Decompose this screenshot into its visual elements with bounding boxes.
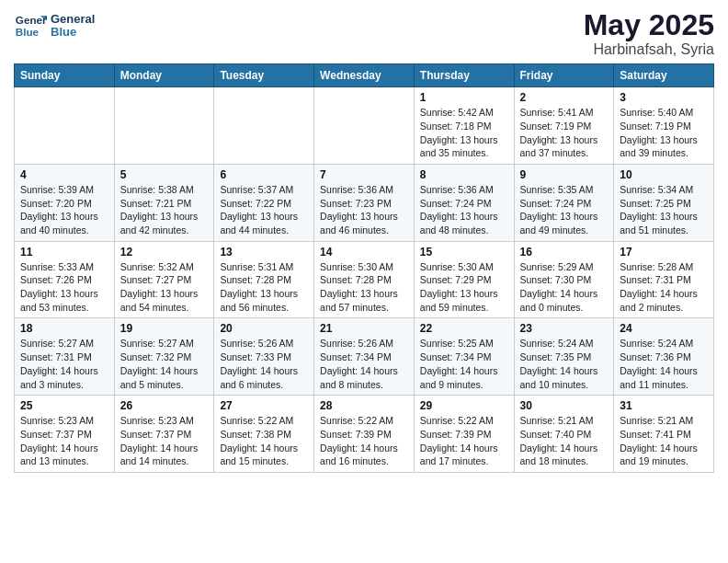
- header-row: SundayMondayTuesdayWednesdayThursdayFrid…: [15, 64, 714, 87]
- calendar-cell: 9Sunrise: 5:35 AMSunset: 7:24 PMDaylight…: [514, 164, 614, 241]
- day-info: Sunrise: 5:21 AMSunset: 7:40 PMDaylight:…: [520, 414, 609, 468]
- col-header-wednesday: Wednesday: [314, 64, 415, 87]
- day-info: Sunrise: 5:41 AMSunset: 7:19 PMDaylight:…: [520, 106, 609, 160]
- col-header-monday: Monday: [114, 64, 214, 87]
- calendar-cell: 6Sunrise: 5:37 AMSunset: 7:22 PMDaylight…: [214, 164, 314, 241]
- logo: General Blue General Blue: [14, 9, 95, 42]
- day-number: 9: [520, 168, 609, 181]
- day-number: 2: [520, 91, 609, 104]
- day-number: 6: [220, 168, 308, 181]
- calendar-cell: 31Sunrise: 5:21 AMSunset: 7:41 PMDayligh…: [614, 396, 714, 473]
- calendar-cell: 12Sunrise: 5:32 AMSunset: 7:27 PMDayligh…: [114, 241, 214, 318]
- day-info: Sunrise: 5:31 AMSunset: 7:28 PMDaylight:…: [220, 260, 308, 315]
- day-number: 15: [420, 246, 508, 259]
- col-header-thursday: Thursday: [414, 64, 514, 87]
- col-header-sunday: Sunday: [15, 64, 115, 87]
- calendar-cell: 19Sunrise: 5:27 AMSunset: 7:32 PMDayligh…: [114, 318, 214, 396]
- day-info: Sunrise: 5:30 AMSunset: 7:28 PMDaylight:…: [320, 260, 408, 315]
- day-number: 27: [220, 399, 308, 412]
- day-number: 11: [20, 246, 108, 259]
- calendar-cell: 25Sunrise: 5:23 AMSunset: 7:37 PMDayligh…: [15, 396, 115, 473]
- calendar-cell: 18Sunrise: 5:27 AMSunset: 7:31 PMDayligh…: [15, 318, 115, 396]
- calendar-cell: 29Sunrise: 5:22 AMSunset: 7:39 PMDayligh…: [414, 396, 514, 473]
- day-info: Sunrise: 5:23 AMSunset: 7:37 PMDaylight:…: [20, 414, 108, 468]
- calendar-cell: 14Sunrise: 5:30 AMSunset: 7:28 PMDayligh…: [314, 241, 415, 318]
- day-info: Sunrise: 5:32 AMSunset: 7:27 PMDaylight:…: [120, 260, 209, 315]
- day-number: 22: [420, 322, 508, 335]
- week-row-1: 1Sunrise: 5:42 AMSunset: 7:18 PMDaylight…: [15, 87, 714, 165]
- week-row-4: 18Sunrise: 5:27 AMSunset: 7:31 PMDayligh…: [15, 318, 714, 396]
- calendar-cell: 22Sunrise: 5:25 AMSunset: 7:34 PMDayligh…: [414, 318, 514, 396]
- day-number: 4: [20, 168, 108, 181]
- calendar-cell: 17Sunrise: 5:28 AMSunset: 7:31 PMDayligh…: [614, 241, 714, 318]
- calendar-cell: 13Sunrise: 5:31 AMSunset: 7:28 PMDayligh…: [214, 241, 314, 318]
- calendar-cell: 7Sunrise: 5:36 AMSunset: 7:23 PMDaylight…: [314, 164, 415, 241]
- day-info: Sunrise: 5:40 AMSunset: 7:19 PMDaylight:…: [620, 106, 708, 160]
- calendar-cell: 28Sunrise: 5:22 AMSunset: 7:39 PMDayligh…: [314, 396, 415, 473]
- day-info: Sunrise: 5:27 AMSunset: 7:32 PMDaylight:…: [120, 337, 209, 391]
- day-number: 28: [320, 399, 408, 412]
- day-info: Sunrise: 5:27 AMSunset: 7:31 PMDaylight:…: [20, 337, 108, 391]
- day-info: Sunrise: 5:42 AMSunset: 7:18 PMDaylight:…: [420, 106, 508, 160]
- calendar-title: May 2025: [584, 9, 714, 41]
- day-number: 29: [420, 399, 508, 412]
- calendar-cell: 20Sunrise: 5:26 AMSunset: 7:33 PMDayligh…: [214, 318, 314, 396]
- day-number: 18: [20, 322, 108, 335]
- calendar-cell: 21Sunrise: 5:26 AMSunset: 7:34 PMDayligh…: [314, 318, 415, 396]
- day-number: 24: [620, 322, 708, 335]
- day-info: Sunrise: 5:22 AMSunset: 7:38 PMDaylight:…: [220, 414, 308, 468]
- day-info: Sunrise: 5:25 AMSunset: 7:34 PMDaylight:…: [420, 337, 508, 391]
- day-info: Sunrise: 5:26 AMSunset: 7:34 PMDaylight:…: [320, 337, 408, 391]
- day-number: 19: [120, 322, 209, 335]
- calendar-cell: [15, 87, 115, 165]
- calendar-cell: 30Sunrise: 5:21 AMSunset: 7:40 PMDayligh…: [514, 396, 614, 473]
- svg-text:General: General: [16, 14, 47, 26]
- day-info: Sunrise: 5:30 AMSunset: 7:29 PMDaylight:…: [420, 260, 508, 315]
- day-info: Sunrise: 5:24 AMSunset: 7:36 PMDaylight:…: [620, 337, 708, 391]
- day-info: Sunrise: 5:22 AMSunset: 7:39 PMDaylight:…: [320, 414, 408, 468]
- calendar-page: General Blue General Blue May 2025 Harbi…: [0, 0, 728, 563]
- calendar-cell: 16Sunrise: 5:29 AMSunset: 7:30 PMDayligh…: [514, 241, 614, 318]
- day-info: Sunrise: 5:33 AMSunset: 7:26 PMDaylight:…: [20, 260, 108, 315]
- day-info: Sunrise: 5:37 AMSunset: 7:22 PMDaylight:…: [220, 183, 308, 237]
- day-info: Sunrise: 5:24 AMSunset: 7:35 PMDaylight:…: [520, 337, 609, 391]
- day-number: 26: [120, 399, 209, 412]
- day-info: Sunrise: 5:35 AMSunset: 7:24 PMDaylight:…: [520, 183, 609, 237]
- svg-text:Blue: Blue: [16, 26, 40, 38]
- day-number: 17: [620, 246, 708, 259]
- logo-line2: Blue: [51, 26, 95, 39]
- calendar-cell: 23Sunrise: 5:24 AMSunset: 7:35 PMDayligh…: [514, 318, 614, 396]
- calendar-cell: 1Sunrise: 5:42 AMSunset: 7:18 PMDaylight…: [414, 87, 514, 165]
- week-row-3: 11Sunrise: 5:33 AMSunset: 7:26 PMDayligh…: [15, 241, 714, 318]
- calendar-cell: [114, 87, 214, 165]
- day-info: Sunrise: 5:29 AMSunset: 7:30 PMDaylight:…: [520, 260, 609, 315]
- calendar-cell: 10Sunrise: 5:34 AMSunset: 7:25 PMDayligh…: [614, 164, 714, 241]
- day-number: 7: [320, 168, 408, 181]
- day-number: 20: [220, 322, 308, 335]
- title-block: May 2025 Harbinafsah, Syria: [584, 9, 714, 58]
- day-info: Sunrise: 5:23 AMSunset: 7:37 PMDaylight:…: [120, 414, 209, 468]
- day-number: 23: [520, 322, 609, 335]
- logo-wordmark: General Blue: [51, 13, 95, 40]
- calendar-cell: [314, 87, 415, 165]
- day-number: 30: [520, 399, 609, 412]
- logo-icon: General Blue: [14, 9, 47, 42]
- day-number: 31: [620, 399, 708, 412]
- day-number: 10: [620, 168, 708, 181]
- day-number: 14: [320, 246, 408, 259]
- day-info: Sunrise: 5:26 AMSunset: 7:33 PMDaylight:…: [220, 337, 308, 391]
- week-row-2: 4Sunrise: 5:39 AMSunset: 7:20 PMDaylight…: [15, 164, 714, 241]
- calendar-cell: 15Sunrise: 5:30 AMSunset: 7:29 PMDayligh…: [414, 241, 514, 318]
- day-info: Sunrise: 5:28 AMSunset: 7:31 PMDaylight:…: [620, 260, 708, 315]
- day-info: Sunrise: 5:22 AMSunset: 7:39 PMDaylight:…: [420, 414, 508, 468]
- day-number: 5: [120, 168, 209, 181]
- day-number: 1: [420, 91, 508, 104]
- col-header-friday: Friday: [514, 64, 614, 87]
- day-info: Sunrise: 5:36 AMSunset: 7:24 PMDaylight:…: [420, 183, 508, 237]
- week-row-5: 25Sunrise: 5:23 AMSunset: 7:37 PMDayligh…: [15, 396, 714, 473]
- day-number: 25: [20, 399, 108, 412]
- calendar-cell: 5Sunrise: 5:38 AMSunset: 7:21 PMDaylight…: [114, 164, 214, 241]
- logo-line1: General: [51, 13, 95, 26]
- day-info: Sunrise: 5:38 AMSunset: 7:21 PMDaylight:…: [120, 183, 209, 237]
- calendar-cell: 4Sunrise: 5:39 AMSunset: 7:20 PMDaylight…: [15, 164, 115, 241]
